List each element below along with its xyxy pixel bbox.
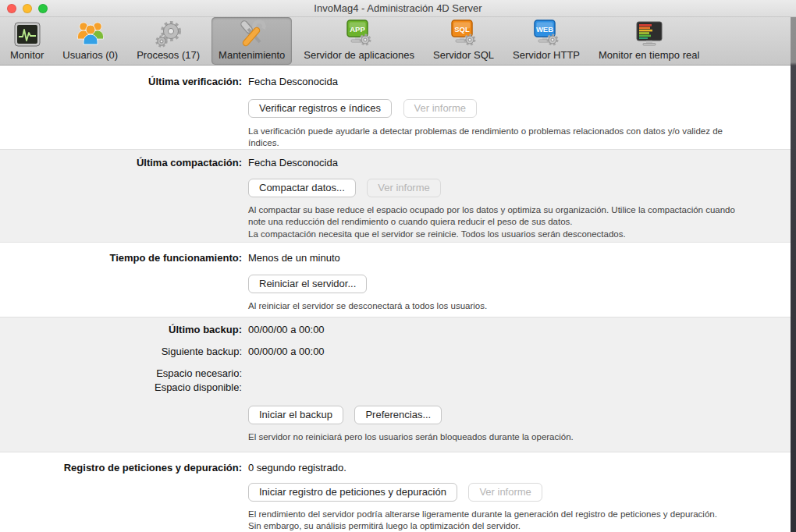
info-row: Tiempo de funcionamiento: Menos de un mi… <box>0 252 796 264</box>
button-row: Verificar registros e índices Ver inform… <box>248 99 796 118</box>
zoom-button[interactable] <box>38 4 48 13</box>
close-button[interactable] <box>7 4 16 13</box>
uptime-description: Al reiniciar el servidor se desconectará… <box>248 300 748 312</box>
request-log-label: Registro de peticiones y depuración: <box>0 462 242 473</box>
toolbar-tab-procesos[interactable]: Procesos (17) <box>130 17 207 65</box>
users-icon <box>74 20 107 48</box>
restart-server-button[interactable]: Reiniciar el servidor... <box>248 275 367 293</box>
section-verification: Última verificación: Fecha Desconocida V… <box>0 66 796 149</box>
sql-server-icon: SQL <box>447 19 480 48</box>
toolbar-tab-usuarios[interactable]: Usuarios (0) <box>55 17 125 65</box>
info-row: Última compactación: Fecha Desconocida <box>0 157 796 168</box>
space-needed-label: Espacio necesario: <box>0 367 242 379</box>
verify-records-button[interactable]: Verificar registros e índices <box>248 99 392 118</box>
button-row: Compactar datos... Ver informe <box>248 179 796 197</box>
button-row: Iniciar registro de peticiones y depurac… <box>248 483 796 502</box>
section-request-log: Registro de peticiones y depuración: 0 s… <box>0 452 796 532</box>
section-compaction: Última compactación: Fecha Desconocida C… <box>0 149 796 243</box>
section-backup: Último backup: 00/00/00 a 00:00 Siguient… <box>0 317 796 452</box>
window-titlebar: InvoMag4 - Administración 4D Server <box>0 0 796 17</box>
toolbar-tab-mantenimiento[interactable]: Mantenimiento <box>211 17 292 65</box>
verification-description: La verificación puede ayudarle a detecta… <box>248 126 748 150</box>
toolbar-tab-label: Monitor en tiempo real <box>599 49 699 61</box>
request-log-description: El rendimiento del servidor podría alter… <box>248 509 748 532</box>
toolbar-tab-label: Monitor <box>10 49 44 61</box>
toolbar-tab-label: Servidor SQL <box>433 49 494 61</box>
last-compaction-value: Fecha Desconocida <box>248 157 338 168</box>
backup-preferences-button[interactable]: Preferencias... <box>354 406 442 424</box>
info-row: Último backup: 00/00/00 a 00:00 <box>0 324 796 335</box>
web-server-icon: WEB <box>530 19 563 48</box>
toolbar-tab-servidor-sql[interactable]: SQL Servidor SQL <box>426 17 501 65</box>
uptime-label: Tiempo de funcionamiento: <box>0 252 242 264</box>
app-server-icon: APP <box>343 19 375 48</box>
maintenance-panel: Última verificación: Fecha Desconocida V… <box>0 66 796 532</box>
window-right-edge-strip <box>791 17 796 532</box>
button-row: Iniciar el backup Preferencias... <box>248 406 796 424</box>
last-verification-label: Última verificación: <box>0 76 242 87</box>
info-row: Espacio disponible: <box>0 381 796 393</box>
toolbar-tab-monitor[interactable]: Monitor <box>3 17 51 65</box>
view-compaction-report-button: Ver informe <box>367 179 440 197</box>
toolbar-tab-label: Mantenimiento <box>219 49 285 61</box>
traffic-lights <box>7 4 48 13</box>
space-available-label: Espacio disponible: <box>0 381 242 393</box>
toolbar-tab-servidor-aplicaciones[interactable]: APP Servidor de aplicaciones <box>297 17 421 65</box>
info-row: Espacio necesario: <box>0 367 796 379</box>
button-row: Reiniciar el servidor... <box>248 275 796 293</box>
next-backup-value: 00/00/00 a 00:00 <box>248 346 325 357</box>
info-row: Última verificación: Fecha Desconocida <box>0 76 796 87</box>
toolbar-tab-label: Procesos (17) <box>137 49 200 61</box>
window-title: InvoMag4 - Administración 4D Server <box>314 2 482 14</box>
info-row: Registro de peticiones y depuración: 0 s… <box>0 462 796 473</box>
start-backup-button[interactable]: Iniciar el backup <box>248 406 343 424</box>
gears-icon <box>153 20 184 48</box>
compaction-description: Al compactar su base reduce el espacio o… <box>248 204 748 240</box>
toolbar-tab-label: Servidor de aplicaciones <box>304 49 414 61</box>
request-log-value: 0 segundo registrado. <box>248 462 346 473</box>
toolbar-tab-monitor-tiempo-real[interactable]: Monitor en tiempo real <box>592 17 706 65</box>
compact-data-button[interactable]: Compactar datos... <box>248 179 356 197</box>
svg-text:WEB: WEB <box>536 25 553 34</box>
svg-text:APP: APP <box>350 25 365 34</box>
last-backup-value: 00/00/00 a 00:00 <box>248 324 325 335</box>
last-backup-label: Último backup: <box>0 324 242 335</box>
start-request-log-button[interactable]: Iniciar registro de peticiones y depurac… <box>248 483 457 502</box>
view-verification-report-button: Ver informe <box>403 99 477 118</box>
tools-icon <box>236 19 268 48</box>
realtime-monitor-icon <box>634 20 665 48</box>
last-verification-value: Fecha Desconocida <box>248 76 338 87</box>
view-request-log-report-button: Ver informe <box>468 483 542 502</box>
toolbar-tab-label: Usuarios (0) <box>62 49 118 61</box>
uptime-value: Menos de un minuto <box>248 252 340 264</box>
minimize-button[interactable] <box>23 4 32 13</box>
toolbar-tab-servidor-http[interactable]: WEB Servidor HTTP <box>506 17 587 65</box>
activity-monitor-icon <box>14 20 41 48</box>
svg-text:SQL: SQL <box>454 25 470 34</box>
toolbar-tab-label: Servidor HTTP <box>513 49 580 61</box>
section-uptime: Tiempo de funcionamiento: Menos de un mi… <box>0 243 796 317</box>
info-row: Siguiente backup: 00/00/00 a 00:00 <box>0 346 796 357</box>
toolbar: Monitor Usuarios (0) P <box>0 17 796 66</box>
last-compaction-label: Última compactación: <box>0 157 242 168</box>
backup-description: El servidor no reiniciará pero los usuar… <box>248 431 748 443</box>
next-backup-label: Siguiente backup: <box>0 346 242 357</box>
